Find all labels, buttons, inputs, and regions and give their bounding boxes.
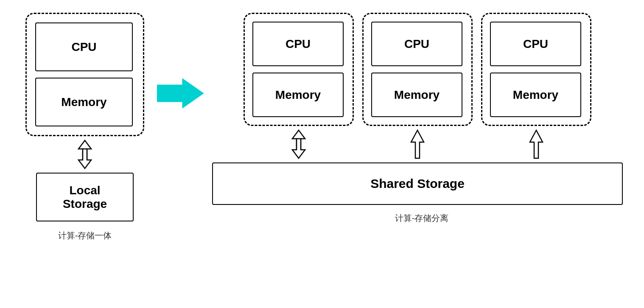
node-0: CPU Memory bbox=[244, 13, 354, 162]
left-storage-label: Local Storage bbox=[63, 184, 107, 211]
left-double-arrow bbox=[74, 140, 95, 169]
right-caption: 计算-存储分离 bbox=[386, 213, 449, 224]
left-cpu-label: CPU bbox=[71, 40, 96, 54]
left-memory-box: Memory bbox=[35, 78, 133, 126]
node2-cpu-label: CPU bbox=[523, 37, 548, 51]
svg-marker-4 bbox=[292, 139, 305, 158]
node2-cpu-box: CPU bbox=[490, 22, 581, 66]
shared-storage-box: Shared Storage bbox=[212, 162, 623, 205]
node2-memory-box: Memory bbox=[490, 73, 581, 117]
node1-arrow bbox=[407, 129, 428, 159]
diagram-wrapper: CPU Memory Local Storage 计算-存储一体 bbox=[0, 0, 644, 308]
left-cpu-box: CPU bbox=[35, 22, 133, 71]
node-2: CPU Memory bbox=[481, 13, 591, 162]
left-caption: 计算-存储一体 bbox=[58, 230, 112, 241]
node1-cpu-label: CPU bbox=[404, 37, 429, 51]
left-storage-box: Local Storage bbox=[36, 173, 134, 221]
left-memory-label: Memory bbox=[61, 95, 106, 109]
node0-memory-label: Memory bbox=[275, 88, 321, 102]
node0-arrow bbox=[288, 129, 309, 159]
node2-memory-label: Memory bbox=[513, 88, 558, 102]
shared-storage-label: Shared Storage bbox=[370, 176, 465, 191]
node2-dashed: CPU Memory bbox=[481, 13, 591, 126]
left-dashed-container: CPU Memory bbox=[25, 13, 144, 136]
node0-cpu-box: CPU bbox=[252, 22, 344, 66]
nodes-row: CPU Memory bbox=[208, 13, 627, 162]
svg-marker-1 bbox=[78, 149, 91, 168]
svg-marker-2 bbox=[157, 78, 204, 108]
node1-memory-box: Memory bbox=[371, 73, 462, 117]
left-section: CPU Memory Local Storage 计算-存储一体 bbox=[17, 13, 153, 241]
middle-arrow-section bbox=[153, 13, 208, 110]
node0-memory-box: Memory bbox=[252, 73, 344, 117]
node1-memory-label: Memory bbox=[394, 88, 440, 102]
right-section: CPU Memory bbox=[208, 13, 627, 224]
svg-marker-6 bbox=[530, 130, 543, 158]
node0-cpu-label: CPU bbox=[286, 37, 311, 51]
node0-dashed: CPU Memory bbox=[244, 13, 354, 126]
node1-dashed: CPU Memory bbox=[362, 13, 473, 126]
node1-cpu-box: CPU bbox=[371, 22, 462, 66]
svg-marker-5 bbox=[411, 130, 424, 158]
node-1: CPU Memory bbox=[362, 13, 473, 162]
node2-arrow bbox=[526, 129, 547, 159]
